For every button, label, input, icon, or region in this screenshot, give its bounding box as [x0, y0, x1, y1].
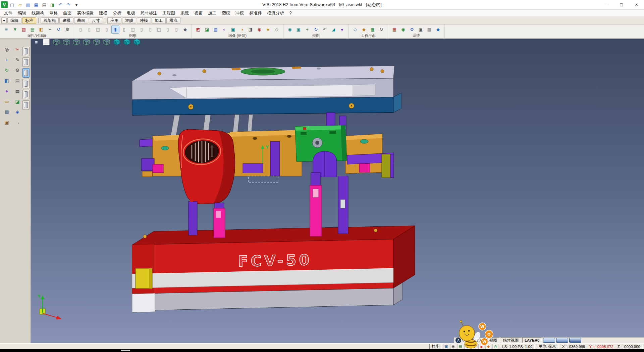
type-filter-icon[interactable]: ◧: [37, 26, 45, 34]
wireframe-icon[interactable]: ◪: [203, 26, 211, 34]
zoom-window-icon[interactable]: ▣: [294, 26, 303, 34]
undo-icon[interactable]: ↶: [57, 1, 64, 8]
viewbar-menu-icon[interactable]: ≡: [32, 38, 40, 46]
menu-item-11[interactable]: 系统: [178, 10, 192, 16]
system-settings-icon[interactable]: ⚙: [408, 26, 416, 34]
tab-应用[interactable]: 应用: [107, 17, 121, 24]
transparency-icon[interactable]: ◑: [238, 26, 246, 34]
menu-item-9[interactable]: 尺寸标注: [138, 10, 160, 16]
macro-icon[interactable]: ▩: [425, 26, 433, 34]
tab-标准[interactable]: 标准: [22, 17, 36, 24]
bolt-icon[interactable]: ◫: [155, 26, 163, 34]
attributes-icon[interactable]: ≡: [2, 26, 10, 34]
snapshot-icon[interactable]: ◉: [450, 344, 456, 349]
mesh-icon[interactable]: ▦: [13, 87, 21, 95]
layer-slot-5[interactable]: [22, 90, 30, 99]
pan-icon[interactable]: +: [303, 26, 311, 34]
menu-item-1[interactable]: 编辑: [15, 10, 29, 16]
menu-item-3[interactable]: 网格: [47, 10, 61, 16]
maximize-button[interactable]: □: [614, 0, 629, 9]
tab-模流[interactable]: 模流: [166, 17, 180, 24]
filter-options-icon[interactable]: ⚙: [63, 26, 71, 34]
menu-item-12[interactable]: 视窗: [192, 10, 205, 16]
render-icon[interactable]: ◐: [220, 26, 228, 34]
workplane-align-icon[interactable]: ▦: [369, 26, 377, 34]
menu-item-10[interactable]: 工程图: [160, 10, 178, 16]
tab-塑膜[interactable]: 塑膜: [122, 17, 136, 24]
layer-field[interactable]: LAYER0: [522, 338, 542, 343]
tab-dropdown[interactable]: ▾: [1, 17, 7, 24]
point-icon[interactable]: ▯: [76, 26, 85, 34]
tab-曲面[interactable]: 曲面: [74, 17, 88, 24]
view-cube-back[interactable]: [93, 38, 101, 46]
view-cube-iso-2[interactable]: [123, 38, 131, 46]
save-all-icon[interactable]: ▦: [33, 1, 40, 8]
view-abs-field[interactable]: 绝对视图: [501, 338, 521, 343]
minimize-button[interactable]: −: [599, 0, 614, 9]
units-field[interactable]: 单位: 毫米: [536, 344, 558, 349]
tab-线架构[interactable]: 线架构: [41, 17, 59, 24]
count-badge[interactable]: 2: [464, 344, 470, 349]
layer-filter-icon[interactable]: ▤: [29, 26, 37, 34]
search-icon[interactable]: [463, 339, 466, 342]
recent-dropdown[interactable]: ▾: [73, 1, 80, 8]
gem-icon[interactable]: ◈: [13, 108, 21, 116]
menu-item-18[interactable]: ?: [287, 10, 294, 16]
view-cube-front[interactable]: [62, 38, 70, 46]
layer-swatch-2[interactable]: [569, 338, 581, 343]
zoom-all-icon[interactable]: ◉: [286, 26, 294, 34]
menu-item-4[interactable]: 曲面: [61, 10, 74, 16]
move-icon[interactable]: +: [3, 56, 11, 64]
save-icon[interactable]: ▥: [24, 1, 32, 8]
pick-filter-icon[interactable]: +: [46, 26, 54, 34]
view-cube-iso-1[interactable]: [113, 38, 121, 46]
view-cube-bottom[interactable]: [103, 38, 111, 46]
menu-item-2[interactable]: 线架构: [29, 10, 47, 16]
cylinder-icon[interactable]: ▮: [111, 26, 119, 34]
menu-item-15[interactable]: 冲模: [233, 10, 247, 16]
tab-建模[interactable]: 建模: [59, 17, 73, 24]
menu-item-7[interactable]: 分析: [110, 10, 124, 16]
screen-icon[interactable]: ▣: [443, 344, 449, 349]
workplane-rotate-icon[interactable]: ↻: [377, 26, 385, 34]
sphere-icon[interactable]: ●: [3, 87, 11, 95]
arc-icon[interactable]: ◫: [94, 26, 102, 34]
view-cube-right[interactable]: [72, 38, 80, 46]
grid-icon[interactable]: ▦: [390, 26, 398, 34]
export-icon[interactable]: →: [13, 118, 21, 126]
tab-冲模[interactable]: 冲模: [137, 17, 151, 24]
menu-item-13[interactable]: 加工: [205, 10, 219, 16]
menu-item-6[interactable]: 建模: [97, 10, 110, 16]
hidden-line-icon[interactable]: ▧: [212, 26, 220, 34]
previous-view-icon[interactable]: ↶: [321, 26, 329, 34]
rotate-view-icon[interactable]: ↻: [312, 26, 320, 34]
shade-icon[interactable]: ◩: [194, 26, 202, 34]
view-cube-left[interactable]: [83, 38, 91, 46]
filter-icon[interactable]: ▼: [11, 26, 19, 34]
print-icon[interactable]: ▤: [41, 1, 48, 8]
sketch-icon[interactable]: ✎: [13, 56, 21, 64]
texture-icon[interactable]: ▣: [229, 26, 237, 34]
menu-item-0[interactable]: 文件: [1, 10, 15, 16]
solid-icon[interactable]: ◧: [3, 77, 11, 85]
visi-logo[interactable]: V: [1, 1, 8, 8]
tab-编辑[interactable]: 编辑: [7, 17, 21, 24]
trim-icon[interactable]: ✂: [13, 45, 21, 53]
tab-加工[interactable]: 加工: [152, 17, 166, 24]
sphere-pin-icon[interactable]: ◫: [129, 26, 137, 34]
pin-lock-field[interactable]: 拴牢: [429, 344, 442, 349]
plot-icon[interactable]: ◨: [49, 1, 56, 8]
workplane-set-icon[interactable]: ◆: [360, 26, 368, 34]
sleeve-icon[interactable]: ▯: [164, 26, 172, 34]
view-lock-field[interactable]: 绝对 XY 上视图: [468, 338, 499, 343]
layer-slot-4[interactable]: [22, 79, 30, 88]
user-icon[interactable]: ●: [471, 344, 477, 349]
info-icon[interactable]: ◆: [434, 26, 442, 34]
select-icon[interactable]: ◎: [3, 45, 11, 53]
pin-icon[interactable]: ▯: [146, 26, 154, 34]
tab-尺寸[interactable]: 尺寸: [89, 17, 103, 24]
shaft-icon[interactable]: ▯: [172, 26, 180, 34]
viewport-canvas[interactable]: [31, 39, 644, 344]
open-file-icon[interactable]: ▱: [16, 1, 24, 8]
cone-icon[interactable]: ▯: [120, 26, 128, 34]
